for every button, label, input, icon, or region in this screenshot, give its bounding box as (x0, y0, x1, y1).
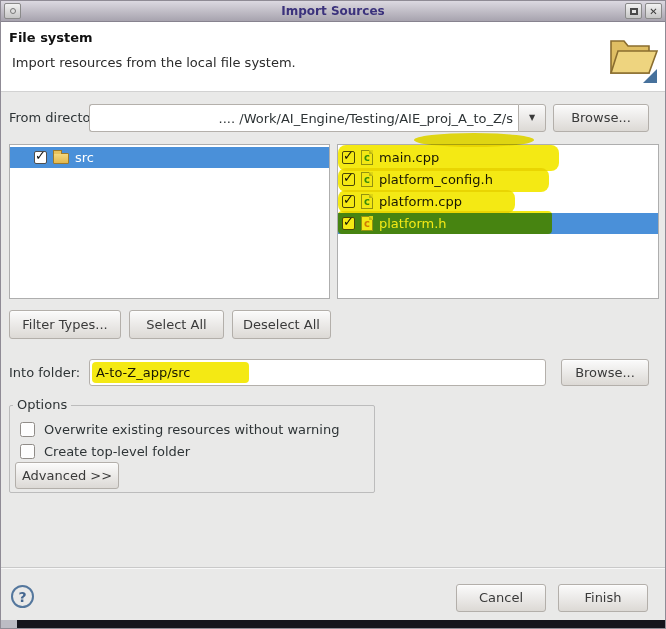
titlebar[interactable]: Import Sources ✕ (1, 1, 665, 22)
from-directory-dropdown-button[interactable]: ▼ (518, 104, 546, 132)
file-row[interactable]: ✓ c platform.cpp (338, 191, 658, 212)
filter-types-button[interactable]: Filter Types... (9, 310, 121, 339)
src-checkbox[interactable]: ✓ (34, 151, 47, 164)
deselect-all-button[interactable]: Deselect All (232, 310, 331, 339)
finish-button[interactable]: Finish (558, 584, 648, 612)
import-sources-dialog: Import Sources ✕ File system Import reso… (0, 0, 666, 629)
check-icon: ✓ (343, 149, 354, 162)
overwrite-option-row[interactable]: Overwrite existing resources without war… (20, 419, 370, 439)
question-mark-icon: ? (18, 589, 26, 605)
file-checkbox[interactable]: ✓ (342, 195, 355, 208)
file-row[interactable]: ✓ c main.cpp (338, 147, 658, 168)
file-row[interactable]: ✓ c platform_config.h (338, 169, 658, 190)
tree-row-src[interactable]: ✓ src (10, 147, 329, 168)
window-menu-icon (10, 8, 16, 14)
file-name: main.cpp (379, 150, 439, 165)
c-file-icon: c (361, 194, 373, 209)
into-folder-browse-button[interactable]: Browse... (561, 359, 649, 386)
file-row[interactable]: ✓ c platform.h (338, 213, 658, 234)
background-window-corner (1, 620, 19, 628)
select-all-button[interactable]: Select All (129, 310, 224, 339)
overwrite-label: Overwrite existing resources without war… (44, 422, 339, 437)
check-icon: ✓ (343, 171, 354, 184)
tree-item-label: src (75, 150, 94, 165)
footer-divider-highlight (1, 568, 665, 569)
h-file-icon: c (361, 216, 373, 231)
options-legend: Options (13, 397, 71, 412)
into-folder-input[interactable] (89, 359, 546, 386)
chevron-down-icon: ▼ (529, 113, 535, 122)
create-top-level-option-row[interactable]: Create top-level folder (20, 441, 370, 461)
from-directory-input[interactable] (89, 104, 518, 132)
window-menu-button[interactable] (4, 3, 21, 19)
check-icon: ✓ (343, 215, 354, 228)
advanced-button[interactable]: Advanced >> (15, 462, 119, 489)
window-title: Import Sources (1, 1, 665, 22)
maximize-button[interactable] (625, 3, 642, 19)
help-button[interactable]: ? (11, 585, 34, 608)
file-checkbox[interactable]: ✓ (342, 217, 355, 230)
c-file-icon: c (361, 172, 373, 187)
dialog-header: File system Import resources from the lo… (1, 22, 665, 92)
close-icon: ✕ (649, 6, 657, 17)
open-folder-icon (607, 29, 659, 85)
create-top-level-label: Create top-level folder (44, 444, 190, 459)
from-directory-browse-button[interactable]: Browse... (553, 104, 649, 132)
cancel-button[interactable]: Cancel (456, 584, 546, 612)
create-top-level-checkbox[interactable] (20, 444, 35, 459)
close-button[interactable]: ✕ (645, 3, 662, 19)
file-name: platform_config.h (379, 172, 493, 187)
into-folder-label: Into folder: (9, 359, 80, 386)
check-icon: ✓ (35, 149, 46, 162)
overwrite-checkbox[interactable] (20, 422, 35, 437)
background-window-edge (1, 620, 665, 628)
check-icon: ✓ (343, 193, 354, 206)
file-list-panel[interactable]: ✓ c main.cpp ✓ c platform_config.h ✓ c p… (337, 144, 659, 299)
file-name: platform.cpp (379, 194, 462, 209)
file-name: platform.h (379, 216, 447, 231)
c-file-icon: c (361, 150, 373, 165)
file-checkbox[interactable]: ✓ (342, 173, 355, 186)
file-checkbox[interactable]: ✓ (342, 151, 355, 164)
page-description: Import resources from the local file sys… (12, 55, 296, 70)
source-tree-panel[interactable]: ✓ src (9, 144, 330, 299)
page-title: File system (9, 30, 93, 45)
folder-icon (53, 153, 69, 164)
maximize-icon (630, 8, 638, 15)
